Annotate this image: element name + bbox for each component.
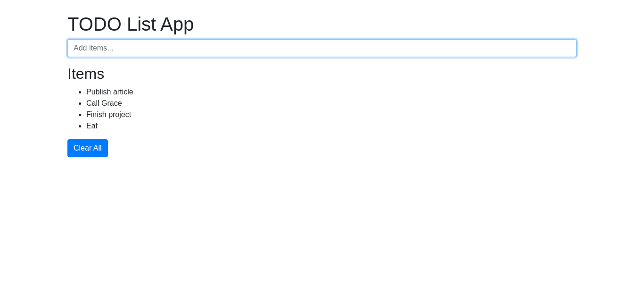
add-item-input[interactable] — [67, 39, 577, 57]
items-list: Publish article Call Grace Finish projec… — [67, 86, 577, 132]
clear-all-button[interactable]: Clear All — [67, 139, 108, 157]
items-heading: Items — [67, 65, 577, 83]
list-item: Publish article — [86, 86, 577, 98]
list-item: Eat — [86, 120, 577, 132]
app-title: TODO List App — [67, 13, 577, 35]
add-item-form — [67, 39, 577, 57]
list-item: Call Grace — [86, 98, 577, 109]
list-item: Finish project — [86, 109, 577, 120]
